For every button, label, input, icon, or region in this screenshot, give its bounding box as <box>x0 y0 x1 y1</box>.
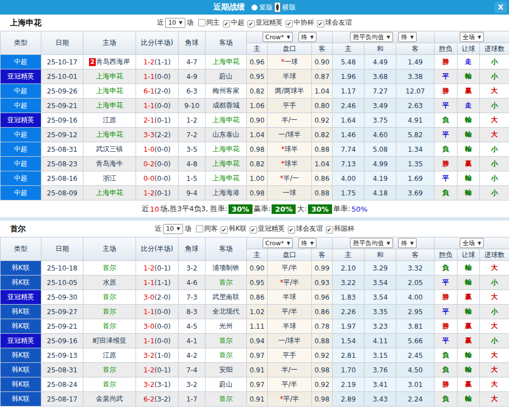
same-away-label[interactable]: 同客 <box>204 224 218 234</box>
league-label[interactable]: 球会友谊 <box>325 18 352 26</box>
league-label[interactable]: 球会友谊 <box>296 225 323 232</box>
handicap-cell: 半球 <box>268 69 312 84</box>
odds-time-select[interactable]: 终▼ <box>298 32 316 42</box>
corner-cell: 7-3 <box>179 290 206 305</box>
scope-select[interactable]: 全场▼ <box>460 238 484 248</box>
corner-cell: 4-8 <box>179 157 206 171</box>
horizontal-layout-radio[interactable] <box>274 2 281 12</box>
score-cell: 3-2(1-0) <box>136 348 179 363</box>
scope-select[interactable]: 全场▼ <box>460 32 484 42</box>
league-checkbox[interactable]: ✔ <box>250 226 257 234</box>
horizontal-layout-label[interactable]: 横版 <box>282 3 296 12</box>
near-label: 近 <box>157 18 164 27</box>
handicap-cell: 平手 <box>268 99 312 113</box>
dropdown-arrow-icon: ▼ <box>287 35 290 40</box>
same-home-label[interactable]: 同主 <box>207 18 220 27</box>
mean-away-cell: 1.69 <box>396 171 435 186</box>
corner-cell: 4-1 <box>179 334 206 348</box>
mean-time-select[interactable]: 终▼ <box>398 32 416 42</box>
close-button[interactable]: X <box>494 2 507 13</box>
mean-away-cell: 1.49 <box>396 55 435 69</box>
handicap-star-icon: * <box>281 160 284 167</box>
mean-home-cell: 1.83 <box>333 290 365 305</box>
handicap-star-icon: * <box>280 395 283 403</box>
match-count-select[interactable]: 10▼ <box>165 18 185 28</box>
date-cell: 25-09-12 <box>41 128 83 142</box>
bookmaker-select[interactable]: Crow*▼ <box>263 32 293 42</box>
col-result: 胜负 <box>435 249 457 261</box>
league-checkbox[interactable]: ✔ <box>288 226 295 234</box>
dropdown-arrow-icon: ▼ <box>478 35 481 40</box>
col-mean-away: 客 <box>396 43 435 55</box>
col-away: 客场 <box>206 31 247 55</box>
league-label[interactable]: 中超 <box>231 18 245 26</box>
odds-time-select[interactable]: 终▼ <box>298 238 316 248</box>
mean-home-cell: 1.17 <box>333 84 365 99</box>
odds-home-cell: 0.90 <box>247 113 268 128</box>
handicap-cell: *平/半 <box>268 392 312 407</box>
col-score: 比分(半场) <box>136 237 179 261</box>
mean-group-header: 胜平负均值▼ 终▼ <box>333 237 435 249</box>
vertical-layout-radio[interactable] <box>251 4 258 11</box>
section-header-seoul: 首尔 近 10▼ 场 同客 ✔韩K联✔亚冠精英✔球会友谊✔韩国杯 <box>0 221 509 237</box>
league-label[interactable]: 亚冠精英 <box>256 18 283 26</box>
mean-draw-cell: 3.49 <box>365 99 396 113</box>
handicap-cell: *半/一 <box>268 171 312 186</box>
handicap-result-cell: 輸 <box>457 261 480 276</box>
handicap-result-cell: 輸 <box>457 276 480 290</box>
league-checkbox[interactable]: ✔ <box>317 20 324 27</box>
odds-away-cell: 0.86 <box>312 171 333 186</box>
table-row: 韩K联25-09-21首尔3-0(0-0)4-5光州1.11半球0.781.97… <box>1 319 509 334</box>
date-cell: 25-10-18 <box>41 261 83 276</box>
same-home-checkbox[interactable] <box>198 19 206 26</box>
league-checkbox[interactable]: ✔ <box>286 20 293 27</box>
odds-away-cell: 0.92 <box>312 348 333 363</box>
date-cell: 25-08-24 <box>41 377 83 392</box>
league-checkbox[interactable]: ✔ <box>221 226 228 234</box>
winloss-result-cell: 負 <box>435 113 457 128</box>
mean-select[interactable]: 胜平负均值▼ <box>350 32 393 42</box>
mean-home-cell: 4.00 <box>333 171 365 186</box>
odds-away-cell: 0.92 <box>312 113 333 128</box>
single-rate: 50% <box>351 205 367 213</box>
league-label[interactable]: 韩国杯 <box>334 225 354 232</box>
mean-draw-cell: 3.43 <box>365 392 396 407</box>
mean-draw-cell: 3.54 <box>365 276 396 290</box>
score-cell: 3-0(2-0) <box>136 290 179 305</box>
odds-away-cell: 0.86 <box>312 305 333 319</box>
league-label[interactable]: 韩K联 <box>229 225 247 232</box>
dropdown-arrow-icon: ▼ <box>386 241 390 246</box>
vertical-layout-label[interactable]: 竖版 <box>259 3 273 12</box>
handicap-cell: 一球 <box>268 186 312 200</box>
col-odds-away: 客 <box>312 43 333 55</box>
rank-badge: 2 <box>89 58 96 66</box>
away-team-cell: 梅州客家 <box>206 84 247 99</box>
score-cell: 1-2(0-1) <box>136 261 179 276</box>
handicap-result-cell: 輸 <box>457 305 480 319</box>
home-team-cell: 江原 <box>83 348 136 363</box>
table-row: 中超25-10-172青岛西海岸1-2(1-1)4-7上海申花0.96*一球0.… <box>1 55 509 69</box>
date-cell: 25-09-26 <box>41 84 83 99</box>
league-checkbox[interactable]: ✔ <box>248 20 255 27</box>
mean-select[interactable]: 胜平负均值▼ <box>350 238 393 248</box>
home-team-cell: 上海申花 <box>83 128 136 142</box>
same-away-checkbox[interactable] <box>196 225 203 232</box>
mean-draw-cell: 3.68 <box>365 69 396 84</box>
mean-away-cell: 3.01 <box>396 377 435 392</box>
competition-badge: 韩K联 <box>1 363 41 377</box>
odds-away-cell: 0.80 <box>312 99 333 113</box>
table-row: 亚冠精英25-09-30首尔3-0(2-0)7-3武里南联0.86半球0.961… <box>1 290 509 305</box>
league-checkbox[interactable]: ✔ <box>326 226 333 234</box>
league-label[interactable]: 中协杯 <box>294 18 314 26</box>
mean-time-select[interactable]: 终▼ <box>398 238 416 248</box>
col-goals: 进球数 <box>480 43 509 55</box>
competition-badge: 亚冠精英 <box>1 290 41 305</box>
league-label[interactable]: 亚冠精英 <box>258 225 285 232</box>
bookmaker-select[interactable]: Crow*▼ <box>263 238 293 248</box>
match-count-select[interactable]: 10▼ <box>163 224 183 234</box>
away-team-cell: 上海海港 <box>206 186 247 200</box>
league-checkbox[interactable]: ✔ <box>223 20 230 27</box>
col-mean-draw: 和 <box>365 43 396 55</box>
scope-group-header: 全场▼ <box>435 237 509 249</box>
odds-away-cell: 0.93 <box>312 276 333 290</box>
